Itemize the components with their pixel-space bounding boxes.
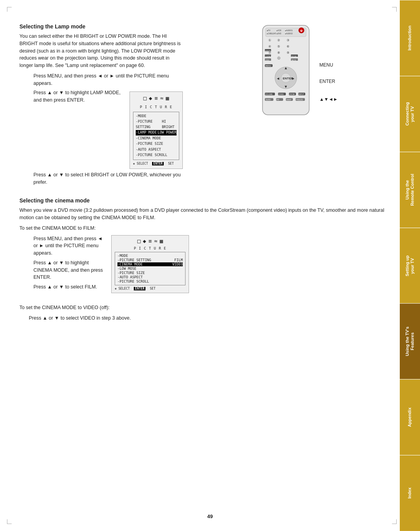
- arrow-annotation: ▲▼◄►: [319, 97, 338, 102]
- enter-annotation: ENTER: [319, 79, 335, 84]
- tab-remote-control[interactable]: Using theRemote Control: [400, 152, 420, 228]
- section2-heading: Selecting the cinema mode: [19, 197, 389, 204]
- svg-text:●AUDIO2: ●AUDIO2: [285, 33, 293, 35]
- tab-setting-label: Setting upyour TV: [405, 255, 415, 276]
- menu-item-auto-aspect: -AUTO ASPECT: [136, 147, 177, 153]
- menu-items: -MODE -PICTURE SETTINGHI BRIGHT -LAMP MO…: [133, 112, 179, 160]
- svg-text:②: ②: [277, 39, 280, 42]
- step2-text: Press ▲ or ▼ to highlight LAMP MODE, and…: [33, 89, 125, 104]
- tab-features-label: Using the TV'sFeatures: [405, 327, 415, 356]
- tab-features[interactable]: Using the TV'sFeatures: [400, 303, 420, 379]
- corner-bl: [7, 519, 12, 524]
- section2-to-set: To set the CINEMA MODE to FILM:: [19, 225, 389, 232]
- remote-area: ●TV ●CABLE/AT ●VCR ●DVD ●AUDIO1 ●AUDIO2 …: [194, 23, 389, 190]
- step1-text: Press MENU, and then press ◄ or ► until …: [33, 73, 169, 86]
- section2-steps: Press MENU, and then press ◄ or ► until …: [27, 235, 105, 292]
- menu-item-cinema: -CINEMA MODE: [136, 136, 177, 141]
- svg-text:●CABLE/AT: ●CABLE/AT: [267, 33, 276, 35]
- tab-appendix[interactable]: Appendix: [400, 379, 420, 455]
- section1-step3: Press ▲ or ▼ to select HI BRIGHT or LOW …: [33, 171, 183, 186]
- tab-introduction-label: Introduction: [407, 26, 412, 51]
- section2-steps-area: Press MENU, and then press ◄ or ► until …: [19, 235, 389, 296]
- corner-tr: [392, 7, 397, 12]
- section2-menu: □ ◆ ≡ ≈ ▦ P I C T U R E -MODE -PICTURE S…: [111, 235, 189, 293]
- s2-item-size: -PICTURE SIZE: [117, 271, 183, 275]
- menu-footer: ❖ SELECT ENTER SET: [133, 162, 179, 166]
- section2-menu-footer: ❖ SELECT ENTER SET: [115, 287, 186, 290]
- tab-index-label: Index: [407, 488, 412, 499]
- tab-remote-label: Using theRemote Control: [405, 174, 415, 206]
- menu-item-lamp: -LAMP MODELOW POWER: [136, 130, 177, 135]
- menu-item-picture-setting: -PICTURE SETTINGHI BRIGHT: [136, 119, 177, 130]
- s2-item-scroll: -PICTURE SCROLL: [117, 280, 183, 283]
- section2-menu-title: P I C T U R E: [115, 246, 186, 250]
- svg-text:●AUDIO1: ●AUDIO1: [285, 30, 293, 32]
- corner-br: [392, 519, 397, 524]
- section1-step1: Press MENU, and then press ◄ or ► until …: [33, 72, 183, 87]
- tab-appendix-label: Appendix: [407, 408, 412, 427]
- section1-step2: Press ▲ or ▼ to highlight LAMP MODE, and…: [33, 89, 183, 169]
- section2-step3: Press ▲ or ▼ to select FILM.: [33, 283, 105, 291]
- section2-step1: Press MENU, and then press ◄ or ► until …: [33, 235, 105, 257]
- section1-body: You can select either the HI BRIGHT or L…: [19, 33, 183, 69]
- page-number: 49: [207, 513, 213, 519]
- menu-item-mode: -MODE: [136, 114, 177, 119]
- svg-text:①: ①: [268, 39, 271, 42]
- tab-introduction[interactable]: Introduction: [400, 0, 420, 76]
- section2: Selecting the cinema mode When you view …: [19, 197, 389, 322]
- section1-menu: □ ◆ ≡ ≈ ▦ P I C T U R E -MODE -PICTURE S…: [130, 91, 183, 169]
- section2-press-video: Press ▲ or ▼ to select VIDEO in step 3 a…: [29, 315, 389, 322]
- section2-to-video: To set the CINEMA MODE to VIDEO (off):: [19, 304, 389, 311]
- menu-item-picture-scroll: -PICTURE SCROLL: [136, 153, 177, 158]
- s2-item-auto: -AUTO ASPECT: [117, 275, 183, 279]
- s2-item-picture: -PICTURE SETTINGFILM: [117, 258, 183, 262]
- menu-item-picture-size: -PICTURE SIZE: [136, 141, 177, 147]
- menu-icons: □ ◆ ≡ ≈ ▦: [133, 94, 179, 102]
- section2-menu-items: -MODE -PICTURE SETTINGFILM -CINEMA MODEV…: [115, 252, 186, 285]
- tab-connecting[interactable]: Connectingyour TV: [400, 76, 420, 152]
- section2-body: When you view a DVD movie (3:2 pulldown …: [19, 207, 389, 222]
- s2-item-cinema: -CINEMA MODEVIDEO: [117, 262, 183, 266]
- section2-menu-icons: □ ◆ ≡ ≈ ▦: [115, 238, 186, 244]
- corner-tl: [7, 7, 12, 12]
- section2-step2: Press ▲ or ▼ to highlight CINEMA MODE, a…: [33, 259, 105, 281]
- svg-text:●TV: ●TV: [267, 29, 271, 32]
- tab-connecting-label: Connectingyour TV: [405, 102, 415, 126]
- sidebar: Introduction Connectingyour TV Using the…: [400, 0, 420, 531]
- upper-section: Selecting the Lamp mode You can select e…: [19, 23, 389, 190]
- section1-text: Selecting the Lamp mode You can select e…: [19, 23, 183, 190]
- menu-annotation: MENU: [319, 62, 333, 68]
- svg-text:⏻: ⏻: [300, 29, 303, 32]
- tab-setting-up[interactable]: Setting upyour TV: [400, 228, 420, 304]
- menu-title: P I C T U R E: [133, 105, 179, 110]
- section1-heading: Selecting the Lamp mode: [19, 23, 183, 30]
- svg-text:●DVD: ●DVD: [276, 33, 282, 35]
- main-content: Selecting the Lamp mode You can select e…: [16, 16, 393, 515]
- s2-item-mode: -MODE: [117, 254, 183, 258]
- s2-item-low: -LOW MOSE: [117, 267, 183, 271]
- svg-text:●VCR: ●VCR: [276, 30, 282, 32]
- section1-steps: Press MENU, and then press ◄ or ► until …: [27, 72, 183, 186]
- tab-index[interactable]: Index: [400, 455, 420, 531]
- svg-text:③: ③: [287, 39, 289, 42]
